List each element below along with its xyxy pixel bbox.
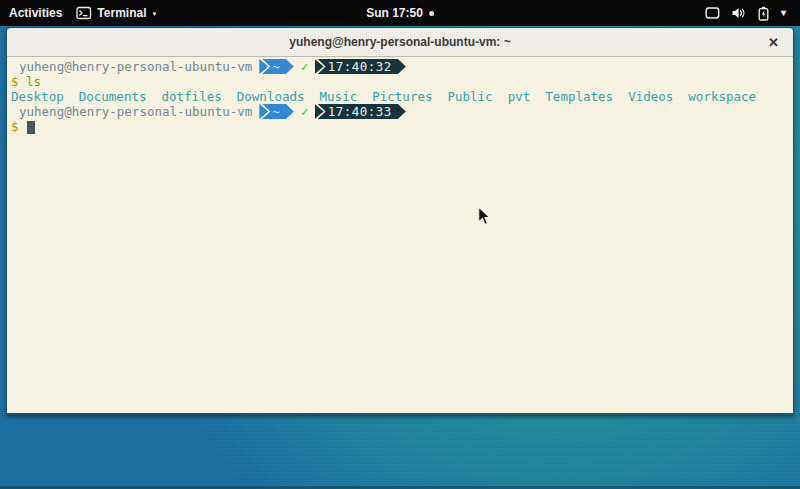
ls-output: DesktopDocumentsdotfilesDownloadsMusicPi… bbox=[11, 89, 789, 104]
app-menu-button[interactable]: Terminal ▼ bbox=[76, 6, 157, 20]
check-icon: ✓ bbox=[301, 59, 309, 74]
tray-chevron-down-icon: ▾ bbox=[781, 8, 786, 18]
clock-label: Sun 17:50 bbox=[366, 6, 423, 20]
prompt-host: yuheng@henry-personal-ubuntu-vm bbox=[11, 59, 252, 74]
battery-charging-icon bbox=[757, 6, 770, 21]
prompt-line: yuheng@henry-personal-ubuntu-vm ~ ✓ 17:4… bbox=[11, 59, 789, 74]
app-menu-label: Terminal bbox=[97, 6, 146, 20]
close-button[interactable]: ✕ bbox=[768, 36, 779, 49]
top-bar: Activities Terminal ▼ Sun 17:50 bbox=[0, 0, 800, 26]
window-title: yuheng@henry-personal-ubuntu-vm: ~ bbox=[289, 35, 510, 49]
prompt-time-segment: 17:40:33 bbox=[318, 104, 406, 119]
desktop: Activities Terminal ▼ Sun 17:50 bbox=[0, 0, 800, 489]
prompt-char: $ bbox=[11, 74, 19, 89]
prompt-line: yuheng@henry-personal-ubuntu-vm ~ ✓ 17:4… bbox=[11, 104, 789, 119]
terminal-window: yuheng@henry-personal-ubuntu-vm: ~ ✕ yuh… bbox=[6, 27, 794, 414]
activities-button[interactable]: Activities bbox=[9, 6, 62, 20]
volume-icon bbox=[731, 6, 746, 20]
typed-command: ls bbox=[26, 74, 41, 89]
window-titlebar[interactable]: yuheng@henry-personal-ubuntu-vm: ~ ✕ bbox=[7, 28, 793, 57]
clock-button[interactable]: Sun 17:50 bbox=[366, 6, 434, 20]
input-line: $ bbox=[11, 119, 789, 134]
prompt-host: yuheng@henry-personal-ubuntu-vm bbox=[11, 104, 252, 119]
chevron-down-icon: ▼ bbox=[151, 11, 157, 17]
system-tray-button[interactable]: ▾ bbox=[705, 6, 786, 21]
prompt-time-segment: 17:40:32 bbox=[318, 59, 406, 74]
command-line: $ ls bbox=[11, 74, 789, 89]
text-cursor bbox=[27, 121, 35, 134]
terminal-icon bbox=[76, 6, 92, 20]
check-icon: ✓ bbox=[301, 104, 309, 119]
notification-dot-icon bbox=[429, 11, 434, 16]
prompt-char: $ bbox=[11, 119, 19, 134]
display-icon bbox=[705, 6, 720, 20]
terminal-content[interactable]: yuheng@henry-personal-ubuntu-vm ~ ✓ 17:4… bbox=[7, 57, 793, 413]
